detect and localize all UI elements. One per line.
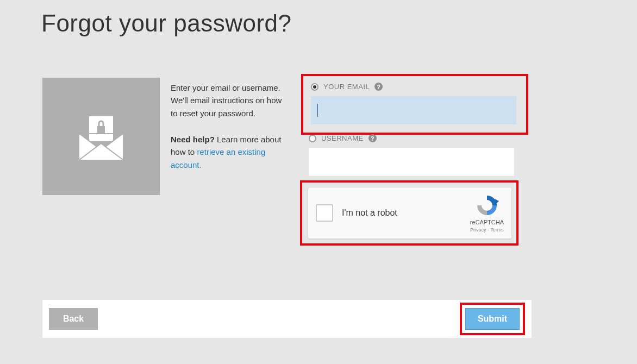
- submit-button[interactable]: Submit: [465, 308, 520, 330]
- svg-rect-1: [97, 126, 105, 134]
- email-label-row: YOUR EMAIL ?: [311, 83, 519, 91]
- recaptcha-checkbox[interactable]: [316, 204, 333, 222]
- footer-bar: Back Submit: [42, 300, 532, 338]
- recaptcha-links[interactable]: Privacy - Terms: [470, 227, 504, 233]
- page-title: Forgot your password?: [41, 10, 292, 37]
- recaptcha-highlight: I'm not a robot reCAPTCHA Privacy - Term…: [300, 180, 519, 246]
- username-label-row: USERNAME ?: [309, 134, 520, 142]
- email-radio[interactable]: [311, 83, 318, 91]
- username-input[interactable]: [309, 148, 514, 176]
- recaptcha-brand: reCAPTCHA: [470, 219, 504, 225]
- help-text: Need help? Learn more about how to retri…: [171, 133, 290, 171]
- username-label: USERNAME: [321, 134, 364, 142]
- intro-text: Enter your email or username. We'll emai…: [171, 81, 290, 120]
- text-caret: [317, 104, 318, 117]
- recaptcha-branding: reCAPTCHA Privacy - Terms: [470, 193, 504, 233]
- envelope-lock-icon: [42, 78, 160, 195]
- help-icon[interactable]: ?: [374, 83, 383, 91]
- username-group: USERNAME ?: [309, 134, 520, 176]
- help-prefix: Need help?: [171, 135, 215, 144]
- back-button[interactable]: Back: [49, 308, 98, 330]
- recaptcha-widget: I'm not a robot reCAPTCHA Privacy - Term…: [308, 187, 512, 239]
- help-icon[interactable]: ?: [369, 134, 377, 142]
- email-input[interactable]: [311, 96, 516, 124]
- email-group: YOUR EMAIL ?: [301, 74, 528, 135]
- username-radio[interactable]: [309, 135, 316, 142]
- email-label: YOUR EMAIL: [323, 83, 370, 91]
- recaptcha-icon: [475, 193, 499, 217]
- recaptcha-label: I'm not a robot: [342, 208, 470, 218]
- submit-highlight: Submit: [460, 303, 525, 335]
